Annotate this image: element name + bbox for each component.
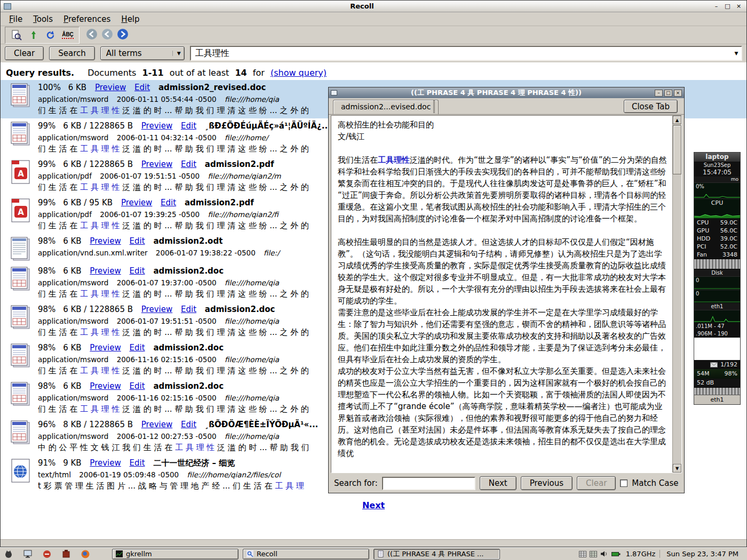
preview-scrollbar[interactable]: ▲ ▼ [672,116,681,473]
scroll-down-icon[interactable]: ▼ [673,464,681,473]
mail-readout: 1/192 [694,360,740,369]
taskbar-button-preview[interactable]: ((工 PHRASE 4 具 PHRASE ... [374,549,500,559]
keyboard-layout-icon[interactable] [579,551,586,557]
edit-link[interactable]: Edit [130,236,145,246]
preview-document-icon[interactable] [10,28,23,42]
edit-link[interactable]: Edit [181,121,196,131]
first-page-icon[interactable] [86,28,98,42]
mime-type: application/pdf [38,172,92,180]
term-explorer-icon[interactable]: ÂBÇ [61,28,75,42]
edit-link[interactable]: Edit [181,305,196,314]
show-query-link[interactable]: (show query) [271,68,327,78]
menu-item-preferences[interactable]: Preferences [58,13,116,26]
menu-item-file[interactable]: File [4,13,28,26]
preview-link[interactable]: Preview [90,266,121,276]
scrollbar-thumb[interactable] [673,125,681,174]
documents-word: Documents [88,68,136,78]
edit-link[interactable]: Edit [130,381,145,391]
relevance-percent: 99% [38,159,55,169]
find-clear-button[interactable]: Clear [577,476,616,490]
menu-item-help[interactable]: Help [116,13,145,26]
relevance-percent: 96% [38,420,55,429]
preview-link[interactable]: Preview [95,83,126,92]
find-previous-button[interactable]: Previous [521,476,573,490]
preview-link[interactable]: Preview [141,159,172,169]
edit-link[interactable]: Edit [161,198,176,207]
edit-link[interactable]: Edit [130,266,145,276]
snippet-text: 泛 滥 的 时 ... 帮 助 我 们 理 清 这 些 纷 ... 之 外 的 [120,182,308,192]
previous-page-icon[interactable] [101,28,113,42]
menu-item-tools[interactable]: Tools [28,13,58,26]
terminal-launcher-icon[interactable] [22,549,33,559]
document-icon [4,82,38,117]
main-titlebar[interactable]: Recoll – □ × [1,1,746,12]
toolbar-group: ÂBÇ [5,27,80,44]
preview-link[interactable]: Preview [90,381,121,391]
preview-link[interactable]: Preview [141,420,172,429]
history-chevron-icon[interactable]: ▼ [732,51,741,56]
relevance-percent: 98% [38,381,55,391]
reload-icon[interactable] [44,28,58,42]
file-url: file:///home/qia [225,394,279,402]
close-tab-button[interactable]: Close Tab [624,100,678,113]
preview-maximize-icon[interactable]: □ [664,90,672,97]
result-title: 二十一世纪经济 – 细览 [153,458,235,468]
result-size: 6 KB [63,266,81,276]
preview-link[interactable]: Preview [121,198,152,207]
search-input[interactable] [191,49,732,59]
launcher-icon-1[interactable] [3,549,14,559]
edit-link[interactable]: Edit [181,420,196,429]
search-button[interactable]: Search [49,46,95,60]
next-page-icon[interactable] [117,28,129,42]
gkrellm-mini-icon [116,550,123,557]
edit-link[interactable]: Edit [134,83,150,92]
svg-text:A: A [18,169,24,179]
keyboard-layout-icon-2[interactable] [590,551,597,557]
next-page-link[interactable]: Next [362,500,385,510]
preview-link[interactable]: Preview [90,236,121,246]
minimize-icon[interactable]: – [712,2,721,10]
preview-text-segment: 高校招生最明显的目的当然是选拔人才。但这选拔人才的目标却不仅仅是人们假定“因材施… [338,237,666,306]
firefox-launcher-icon[interactable] [80,549,91,559]
mime-type: application/msword [38,355,108,364]
preview-link[interactable]: Preview [141,121,172,131]
gkrellm-bottom-label: eth1 [694,395,740,404]
outof-word: out of at least [170,68,229,78]
tab-admission2-doc[interactable]: admission2...evised.doc [333,100,439,114]
preview-link[interactable]: Preview [141,305,172,314]
taskbar-button-recoll[interactable]: Recoll [243,549,369,559]
relevance-percent: 98% [38,236,55,246]
launcher-icon-4[interactable] [61,549,71,559]
scroll-up-icon[interactable]: ▲ [673,116,681,124]
taskbar-button-gkrellm[interactable]: gkrellm [112,549,239,559]
clear-button[interactable]: Clear [5,46,44,60]
preview-close-icon[interactable]: × [674,90,682,97]
temp-value: 39.0C [720,235,737,243]
close-icon[interactable]: × [734,2,743,10]
preview-titlebar[interactable]: ((工 PHRASE 4 具 PHRASE 4 理 PHRASE 4 性)) –… [329,87,684,98]
preview-minimize-icon[interactable]: – [655,90,663,97]
maximize-icon[interactable]: □ [723,2,732,10]
sort-icon[interactable] [27,28,41,42]
preview-text-segment: 需要注意的是这些毕业后在社会上能成功发展的学生并不一定是在大学里学习成绩最好的学… [338,308,666,364]
edit-link[interactable]: Edit [130,343,145,353]
find-next-button[interactable]: Next [480,476,516,490]
temp-value: 59.0C [720,219,737,227]
highlighted-term: 工 具 理 性 [80,144,120,154]
match-case-checkbox[interactable] [620,479,627,487]
terms-mode-select[interactable]: All terms ▼ [100,46,185,60]
msword-doc-icon [10,343,32,369]
preview-link[interactable]: Preview [90,343,121,353]
snippet-text: 泛 滥 的 时 ... 帮 助 我 们 理 清 这 些 纷 ... 之 外 的 [120,366,308,375]
volume-icon[interactable] [600,550,608,557]
launcher-icon-3[interactable] [42,549,52,559]
page-nav-group [86,28,129,42]
relevance-percent: 99% [38,198,55,207]
result-date: 2006-11-16 02:15:16 -0500 [117,394,217,402]
battery-icon[interactable] [611,551,621,557]
preview-link[interactable]: Preview [90,458,121,468]
edit-link[interactable]: Edit [130,458,145,468]
edit-link[interactable]: Edit [181,159,196,169]
find-input[interactable] [382,477,475,490]
menubar: FileToolsPreferencesHelp [1,12,746,26]
